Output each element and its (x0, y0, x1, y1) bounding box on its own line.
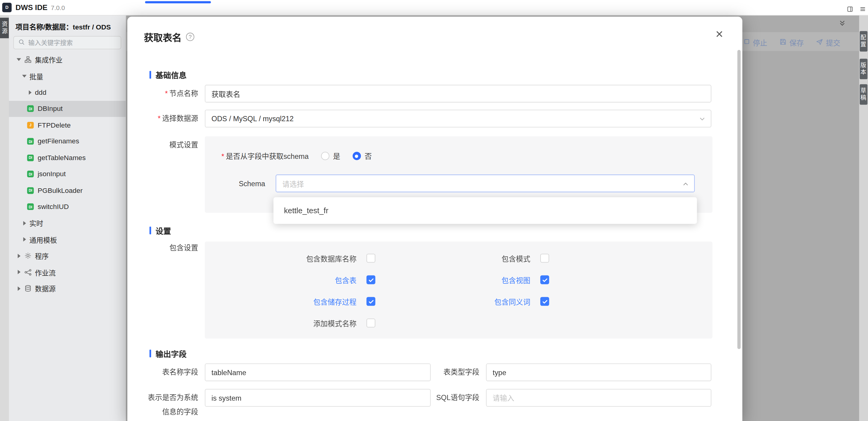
checkbox-include-database-name[interactable] (366, 254, 375, 262)
section-title: 设置 (156, 225, 171, 236)
checkbox-include-tables[interactable] (366, 276, 375, 284)
tree-item-jsoninput[interactable]: DI jsonInput (9, 166, 126, 182)
schema-from-field-label: 是否从字段中获取schema (226, 152, 309, 161)
include-row-1: 包含数据库名称 包含模式 (205, 252, 713, 265)
chevron-right-icon[interactable] (16, 254, 22, 258)
top-bar: D DWS IDE 7.0.0 (0, 0, 868, 16)
checkbox-include-synonyms[interactable] (540, 297, 549, 306)
submit-button[interactable]: 提交 (816, 37, 840, 48)
database-icon (24, 285, 32, 292)
sql-field-input[interactable] (486, 389, 711, 406)
radio-no-label: 否 (365, 151, 372, 161)
section-settings: 设置 (149, 226, 742, 235)
schema-label: Schema (222, 179, 265, 188)
table-name-input[interactable] (205, 364, 431, 381)
tree-item-pgbulkloader[interactable]: DI PGBulkLoader (9, 182, 126, 199)
tree-item-label: 作业流 (35, 267, 56, 278)
radio-selected-icon[interactable] (352, 152, 361, 160)
tree-item-datasource[interactable]: 数据源 (9, 280, 126, 297)
section-title: 输出字段 (156, 348, 187, 359)
schema-dropdown-option[interactable]: kettle_test_fr (284, 206, 329, 215)
schema-select[interactable]: 请选择 (276, 175, 695, 192)
stop-button[interactable]: 停止 (744, 37, 767, 48)
tree-item-batch[interactable]: 批量 (9, 68, 126, 84)
search-input[interactable] (28, 39, 112, 46)
tree-item-label: ddd (35, 88, 46, 96)
tree-item-realtime[interactable]: 实时 (9, 215, 126, 231)
tree-item-workflow[interactable]: 作业流 (9, 264, 126, 280)
schema-radio-no[interactable]: 否 (352, 151, 372, 161)
submit-icon (816, 38, 824, 47)
include-settings-panel: 包含数据库名称 包含模式 包含表 包含视图 包含储存过程 包含同义词 (205, 242, 713, 338)
chevron-right-icon[interactable] (16, 270, 22, 275)
double-chevron-down-icon[interactable] (839, 19, 846, 29)
tree-item-label: getFilenames (38, 138, 79, 145)
panel-layout-icon[interactable] (847, 5, 853, 15)
tree-item-label: 集成作业 (35, 54, 63, 65)
active-tab-indicator (145, 1, 211, 3)
tree-item-integration-jobs[interactable]: 集成作业 (9, 52, 126, 68)
tree-item-ftpdelete[interactable]: J FTPDelete (9, 117, 126, 133)
section-output-fields: 输出字段 (149, 349, 742, 358)
tree-item-program[interactable]: 程序 (9, 248, 126, 264)
dialog-title: 获取表名 (144, 30, 182, 44)
section-basic-info: 基础信息 (149, 71, 742, 79)
include-row-4: 添加模式名称 (205, 316, 713, 330)
chevron-right-icon[interactable] (22, 237, 27, 242)
sidebar: 项目名称/数据层：testfr / ODS 集成作业 批量 ddd DI DBI… (9, 16, 126, 421)
activity-bar: 资源 (0, 16, 9, 421)
radio-yes-label: 是 (333, 151, 340, 161)
tree-item-dbinput[interactable]: DI DBInput (9, 101, 126, 117)
chevron-down-icon[interactable] (22, 75, 27, 78)
include-settings-row: 包含设置 包含数据库名称 包含模式 包含表 包含视图 包含储存过程 (127, 235, 742, 338)
close-icon[interactable]: ✕ (715, 29, 723, 40)
table-type-field-label: 表类型字段 (443, 368, 479, 376)
tree-item-switchiud[interactable]: DI switchIUD (9, 199, 126, 215)
section-bar (149, 71, 151, 79)
right-tab-draft[interactable]: 草稿 (860, 84, 868, 105)
tree-item-ddd[interactable]: ddd (9, 84, 126, 101)
checkbox-include-schema[interactable] (540, 254, 549, 262)
tree-item-label: DBInput (38, 105, 63, 113)
chevron-right-icon[interactable] (27, 90, 32, 95)
help-icon[interactable]: ? (186, 33, 194, 41)
checkbox-include-views[interactable] (540, 276, 549, 284)
checkbox-label: 包含同义词 (375, 296, 530, 307)
modal-scrollbar[interactable] (738, 50, 741, 349)
schema-radio-yes[interactable]: 是 (321, 151, 340, 161)
menu-icon[interactable] (860, 5, 866, 15)
tree-item-getfilenames[interactable]: DI getFilenames (9, 133, 126, 150)
chevron-right-icon[interactable] (22, 221, 27, 225)
checkbox-add-schema-name[interactable] (366, 319, 375, 328)
checkbox-include-procedures[interactable] (366, 297, 375, 306)
is-system-field-label-line2: 信息的字段 (127, 407, 198, 418)
output-row-1: 表名称字段 表类型字段 (127, 364, 742, 381)
dialog-title-row: 获取表名 ? (127, 17, 742, 44)
chevron-right-icon[interactable] (16, 286, 22, 291)
section-bar (149, 227, 151, 234)
include-settings-label: 包含设置 (169, 244, 198, 252)
radio-unselected-icon[interactable] (321, 152, 329, 160)
datasource-row: 选择数据源 ODS / MySQL / mysql212 (127, 110, 742, 127)
table-type-input[interactable] (486, 364, 711, 381)
node-name-input[interactable] (205, 85, 711, 102)
save-button[interactable]: 保存 (779, 37, 804, 48)
datasource-select[interactable]: ODS / MySQL / mysql212 (205, 110, 711, 127)
tree-item-common-template[interactable]: 通用模板 (9, 231, 126, 248)
chevron-down-icon[interactable] (16, 58, 22, 61)
stop-label: 停止 (753, 37, 767, 48)
activity-tab-resources[interactable]: 资源 (0, 18, 9, 38)
is-system-input[interactable] (205, 389, 431, 406)
sidebar-search[interactable] (13, 36, 121, 50)
step-badge-icon: DI (27, 138, 34, 145)
node-name-row: 节点名称 (127, 85, 742, 102)
mode-settings-row: 模式设置 是否从字段中获取schema 是 否 Schema (127, 136, 742, 213)
section-bar (149, 349, 151, 358)
tree-item-label: switchIUD (38, 203, 69, 211)
project-header: 项目名称/数据层：testfr / ODS (9, 16, 126, 32)
right-tab-version[interactable]: 版本 (860, 59, 868, 79)
tree-item-gettablenames[interactable]: DI getTableNames (9, 149, 126, 166)
integration-jobs-icon (24, 56, 32, 64)
checkbox-label: 包含表 (205, 275, 356, 285)
right-tab-config[interactable]: 配置 (860, 31, 868, 51)
